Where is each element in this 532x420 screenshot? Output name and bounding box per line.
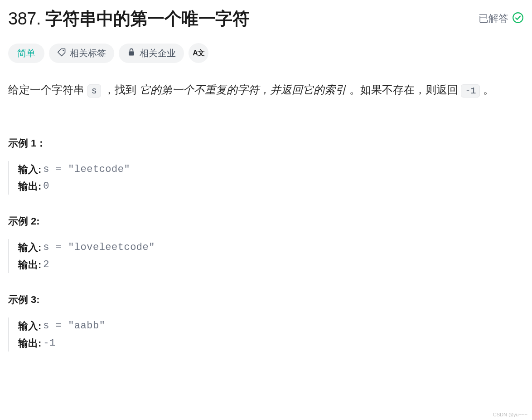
related-tags-label: 相关标签 [70, 47, 106, 59]
desc-part4: 。 [480, 83, 494, 96]
input-value: s = "loveleetcode" [43, 239, 155, 256]
related-tags-button[interactable]: 相关标签 [49, 44, 114, 63]
example-3: 示例 3: 输入: s = "aabb" 输出: -1 [8, 293, 524, 352]
desc-code-s: s [87, 84, 101, 98]
problem-title-text: 字符串中的第一个唯一字符 [45, 9, 249, 28]
related-companies-button[interactable]: 相关企业 [119, 44, 184, 63]
svg-rect-2 [129, 51, 134, 55]
tag-icon [57, 48, 66, 59]
difficulty-tag[interactable]: 简单 [8, 44, 44, 63]
problem-title: 387. 字符串中的第一个唯一字符 [8, 7, 249, 30]
problem-header: 387. 字符串中的第一个唯一字符 已解答 [8, 7, 524, 30]
input-value: s = "aabb" [43, 317, 105, 334]
example-output-line: 输出: 0 [18, 178, 524, 195]
desc-code-neg1: -1 [461, 84, 480, 98]
output-value: 0 [43, 178, 49, 195]
output-label: 输出: [18, 256, 41, 273]
check-icon [512, 12, 524, 25]
translate-button[interactable]: A文 [189, 43, 208, 63]
desc-part3: 。如果不存在，则返回 [346, 83, 461, 96]
svg-point-1 [63, 50, 64, 51]
example-input-line: 输入: s = "loveleetcode" [18, 239, 524, 256]
related-companies-label: 相关企业 [140, 47, 176, 59]
output-value: 2 [43, 256, 49, 273]
example-content: 输入: s = "leetcode" 输出: 0 [8, 161, 524, 195]
example-content: 输入: s = "loveleetcode" 输出: 2 [8, 239, 524, 273]
output-value: -1 [43, 335, 55, 352]
solved-label: 已解答 [479, 12, 508, 25]
example-input-line: 输入: s = "aabb" [18, 317, 524, 334]
example-2: 示例 2: 输入: s = "loveleetcode" 输出: 2 [8, 215, 524, 273]
input-label: 输入: [18, 317, 41, 334]
example-content: 输入: s = "aabb" 输出: -1 [8, 317, 524, 352]
solved-status: 已解答 [479, 12, 524, 25]
example-title: 示例 1： [8, 137, 524, 150]
example-title: 示例 2: [8, 215, 524, 228]
translate-icon: A文 [193, 49, 204, 58]
problem-number: 387. [8, 9, 41, 28]
problem-description: 给定一个字符串 s ，找到 它的第一个不重复的字符，并返回它的索引 。如果不存在… [8, 79, 524, 100]
desc-part2: ，找到 [101, 83, 140, 96]
example-output-line: 输出: 2 [18, 256, 524, 273]
desc-part1: 给定一个字符串 [8, 83, 87, 96]
input-label: 输入: [18, 161, 41, 178]
svg-point-0 [513, 13, 523, 23]
input-value: s = "leetcode" [43, 161, 130, 178]
lock-icon [127, 48, 136, 59]
tags-row: 简单 相关标签 相关企业 A文 [8, 43, 524, 63]
output-label: 输出: [18, 178, 41, 195]
example-output-line: 输出: -1 [18, 335, 524, 352]
example-1: 示例 1： 输入: s = "leetcode" 输出: 0 [8, 137, 524, 195]
output-label: 输出: [18, 335, 41, 352]
example-input-line: 输入: s = "leetcode" [18, 161, 524, 178]
input-label: 输入: [18, 239, 41, 256]
desc-italic: 它的第一个不重复的字符，并返回它的索引 [140, 83, 346, 96]
example-title: 示例 3: [8, 293, 524, 307]
